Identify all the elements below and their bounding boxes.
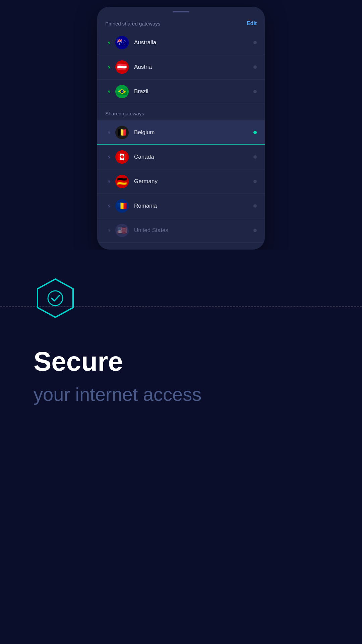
pinned-section-header: Pinned shared gateways Edit	[97, 15, 265, 31]
bottom-section: Secure your internet access	[0, 250, 362, 551]
edit-button[interactable]: Edit	[247, 20, 257, 26]
shield-icon-container	[34, 276, 77, 320]
status-dot-romania	[253, 204, 257, 208]
gateway-item-united-states[interactable]: 🇺🇸 United States	[97, 218, 265, 243]
sheet-content: Pinned shared gateways Edit 🇦🇺 Australia	[97, 15, 265, 250]
pin-icon-united-states	[105, 228, 112, 233]
flag-belgium: 🇧🇪	[115, 126, 129, 139]
flag-united-states: 🇺🇸	[115, 224, 129, 237]
pin-icon-brazil	[105, 89, 112, 94]
gateway-item-romania[interactable]: 🇷🇴 Romania	[97, 194, 265, 218]
svg-marker-0	[38, 279, 73, 317]
flag-brazil: 🇧🇷	[115, 85, 129, 98]
status-dot-belgium	[253, 131, 257, 134]
flag-austria: 🇦🇹	[115, 60, 129, 74]
gateway-item-brazil[interactable]: 🇧🇷 Brazil	[97, 79, 265, 104]
flag-germany: 🇩🇪	[115, 175, 129, 188]
shared-section-label: Shared gateways	[105, 111, 144, 116]
pin-icon-australia	[105, 40, 112, 45]
country-name-united-states: United States	[134, 227, 253, 234]
pinned-section-label: Pinned shared gateways	[105, 21, 160, 26]
phone-frame: Pinned shared gateways Edit 🇦🇺 Australia	[97, 7, 265, 250]
flag-romania: 🇷🇴	[115, 199, 129, 213]
pin-icon-germany	[105, 179, 112, 184]
gateway-item-australia[interactable]: 🇦🇺 Australia	[97, 31, 265, 55]
status-dot-austria	[253, 65, 257, 69]
country-name-austria: Austria	[134, 64, 253, 70]
hero-subtitle: your internet access	[34, 383, 328, 406]
pin-icon-austria	[105, 64, 112, 70]
status-dot-germany	[253, 180, 257, 183]
flag-australia: 🇦🇺	[115, 36, 129, 49]
country-name-germany: Germany	[134, 178, 253, 185]
status-dot-canada	[253, 155, 257, 159]
country-name-belgium: Belgium	[134, 129, 253, 136]
status-dot-united-states	[253, 229, 257, 232]
shared-section-header: Shared gateways	[97, 104, 265, 120]
pin-icon-belgium	[105, 130, 112, 135]
pin-icon-canada	[105, 154, 112, 160]
country-name-brazil: Brazil	[134, 88, 253, 95]
pinned-gateway-list: 🇦🇺 Australia 🇦🇹 Austria	[97, 31, 265, 104]
gateway-item-canada[interactable]: 🇨🇦 Canada	[97, 145, 265, 169]
svg-point-1	[48, 291, 63, 306]
phone-section: Pinned shared gateways Edit 🇦🇺 Australia	[0, 0, 362, 250]
handle-bar	[173, 11, 189, 12]
status-dot-australia	[253, 41, 257, 44]
gateway-item-belgium[interactable]: 🇧🇪 Belgium	[97, 120, 265, 145]
shield-check-icon	[34, 276, 77, 320]
gateway-item-austria[interactable]: 🇦🇹 Austria	[97, 55, 265, 79]
country-name-canada: Canada	[134, 154, 253, 160]
hero-title: Secure	[34, 347, 328, 376]
status-dot-brazil	[253, 90, 257, 93]
pin-icon-romania	[105, 203, 112, 209]
gateway-item-germany[interactable]: 🇩🇪 Germany	[97, 169, 265, 194]
shared-gateway-list: 🇧🇪 Belgium 🇨🇦 Canada	[97, 120, 265, 243]
country-name-romania: Romania	[134, 203, 253, 209]
country-name-australia: Australia	[134, 39, 253, 46]
sheet-handle	[97, 7, 265, 15]
flag-canada: 🇨🇦	[115, 150, 129, 164]
